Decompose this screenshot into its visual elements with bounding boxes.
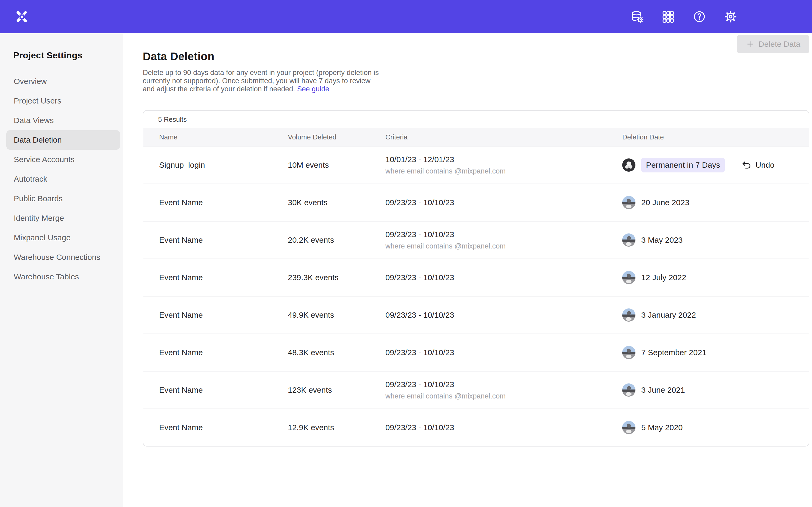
sidebar-item-identity-merge[interactable]: Identity Merge <box>6 208 120 228</box>
volume-deleted: 12.9K events <box>288 423 386 432</box>
criteria-cell: 09/23/23 - 10/10/23 where email contains… <box>386 230 622 250</box>
avatar <box>622 383 636 397</box>
criteria-filter: where email contains @mixpanel.com <box>386 242 622 250</box>
event-name: Event Name <box>159 311 288 320</box>
sidebar-item-data-views[interactable]: Data Views <box>6 111 120 130</box>
table-row: Event Name 20.2K events 09/23/23 - 10/10… <box>143 221 809 259</box>
deletion-date-cell: 3 May 2023 <box>622 233 809 247</box>
avatar <box>622 271 636 284</box>
page-description-text: Delete up to 90 days data for any event … <box>143 69 379 93</box>
sidebar-item-project-users[interactable]: Project Users <box>6 91 120 111</box>
undo-icon <box>742 160 752 170</box>
criteria-range: 09/23/23 - 10/10/23 <box>386 380 622 389</box>
deletion-date: 3 June 2021 <box>641 386 685 395</box>
criteria-cell: 09/23/23 - 10/10/23 where email contains… <box>386 380 622 400</box>
page-description: Delete up to 90 days data for any event … <box>143 69 380 93</box>
volume-deleted: 10M events <box>288 161 386 170</box>
deletion-date-cell: 12 July 2022 <box>622 271 809 284</box>
criteria-cell: 09/23/23 - 10/10/23 <box>386 273 622 282</box>
avatar <box>622 196 636 209</box>
volume-deleted: 30K events <box>288 198 386 207</box>
sidebar-item-autotrack[interactable]: Autotrack <box>6 169 120 189</box>
criteria-range: 09/23/23 - 10/10/23 <box>386 198 622 207</box>
criteria-filter: where email contains @mixpanel.com <box>386 167 622 175</box>
column-header-criteria: Criteria <box>386 133 622 141</box>
criteria-range: 10/01/23 - 12/01/23 <box>386 155 622 164</box>
deletion-date-cell: 5 May 2020 <box>622 421 809 434</box>
main-panel: Data Deletion Delete up to 90 days data … <box>123 33 812 507</box>
permanent-badge: Permanent in 7 Days <box>641 158 725 172</box>
deletion-date-cell: 3 January 2022 <box>622 308 809 322</box>
column-header-name: Name <box>159 133 288 141</box>
criteria-cell: 09/23/23 - 10/10/23 <box>386 311 622 320</box>
sidebar-item-mixpanel-usage[interactable]: Mixpanel Usage <box>6 228 120 247</box>
event-name: Signup_login <box>159 161 288 170</box>
volume-deleted: 48.3K events <box>288 348 386 357</box>
sidebar-title: Project Settings <box>0 50 123 60</box>
criteria-cell: 09/23/23 - 10/10/23 <box>386 348 622 357</box>
page-title: Data Deletion <box>143 50 809 63</box>
delete-data-button-label: Delete Data <box>759 40 800 49</box>
settings-icon[interactable] <box>724 10 738 23</box>
criteria-cell: 10/01/23 - 12/01/23 where email contains… <box>386 155 622 175</box>
criteria-cell: 09/23/23 - 10/10/23 <box>386 198 622 207</box>
deletion-date-cell: 3 June 2021 <box>622 383 809 397</box>
column-header-deletion-date: Deletion Date <box>622 133 809 141</box>
column-header-volume: Volume Deleted <box>288 133 386 141</box>
deletion-date: 20 June 2023 <box>641 198 689 207</box>
deletion-requests-card: 5 Results Name Volume Deleted Criteria D… <box>143 110 809 447</box>
table-row: Event Name 123K events 09/23/23 - 10/10/… <box>143 371 809 408</box>
help-icon[interactable] <box>693 10 706 23</box>
table-row: Event Name 239.3K events 09/23/23 - 10/1… <box>143 259 809 296</box>
data-connections-icon[interactable] <box>630 10 644 23</box>
deletion-date-cell: 7 September 2021 <box>622 346 809 359</box>
criteria-range: 09/23/23 - 10/10/23 <box>386 311 622 320</box>
volume-deleted: 239.3K events <box>288 273 386 282</box>
criteria-range: 09/23/23 - 10/10/23 <box>386 348 622 357</box>
event-name: Event Name <box>159 348 288 357</box>
table-row: Event Name 30K events 09/23/23 - 10/10/2… <box>143 183 809 221</box>
table-row: Event Name 49.9K events 09/23/23 - 10/10… <box>143 296 809 334</box>
deletion-date: 7 September 2021 <box>641 348 707 357</box>
undo-button[interactable]: Undo <box>742 160 774 170</box>
undo-label: Undo <box>755 161 774 170</box>
deletion-date: 3 May 2023 <box>641 235 683 244</box>
event-name: Event Name <box>159 386 288 395</box>
criteria-range: 09/23/23 - 10/10/23 <box>386 423 622 432</box>
volume-deleted: 123K events <box>288 386 386 395</box>
event-name: Event Name <box>159 235 288 244</box>
deletion-date: 3 January 2022 <box>641 311 696 320</box>
delete-data-button[interactable]: Delete Data <box>737 35 809 53</box>
see-guide-link[interactable]: See guide <box>297 85 329 93</box>
criteria-filter: where email contains @mixpanel.com <box>386 392 622 400</box>
sidebar-item-data-deletion[interactable]: Data Deletion <box>6 130 120 150</box>
deletion-date-cell: 20 June 2023 <box>622 196 809 209</box>
avatar <box>622 421 636 434</box>
sidebar-item-warehouse-tables[interactable]: Warehouse Tables <box>6 267 120 286</box>
event-name: Event Name <box>159 423 288 432</box>
avatar <box>622 233 636 247</box>
event-name: Event Name <box>159 273 288 282</box>
avatar <box>622 308 636 322</box>
plus-icon <box>746 40 754 48</box>
table-row: Signup_login 10M events 10/01/23 - 12/01… <box>143 146 809 183</box>
volume-deleted: 20.2K events <box>288 235 386 244</box>
deletion-date: 5 May 2020 <box>641 423 683 432</box>
volume-deleted: 49.9K events <box>288 311 386 320</box>
avatar <box>622 158 636 172</box>
top-navbar <box>0 0 812 33</box>
criteria-cell: 09/23/23 - 10/10/23 <box>386 423 622 432</box>
sidebar-item-public-boards[interactable]: Public Boards <box>6 189 120 208</box>
table-row: Event Name 48.3K events 09/23/23 - 10/10… <box>143 334 809 371</box>
settings-sidebar: Project Settings Overview Project Users … <box>0 33 123 507</box>
table-header-row: Name Volume Deleted Criteria Deletion Da… <box>143 128 809 146</box>
sidebar-item-overview[interactable]: Overview <box>6 71 120 91</box>
avatar <box>622 346 636 359</box>
criteria-range: 09/23/23 - 10/10/23 <box>386 273 622 282</box>
mixpanel-logo-icon[interactable] <box>15 10 29 23</box>
criteria-range: 09/23/23 - 10/10/23 <box>386 230 622 239</box>
deletion-date: 12 July 2022 <box>641 273 686 282</box>
sidebar-item-service-accounts[interactable]: Service Accounts <box>6 150 120 169</box>
sidebar-item-warehouse-connections[interactable]: Warehouse Connections <box>6 247 120 267</box>
apps-grid-icon[interactable] <box>661 10 675 23</box>
